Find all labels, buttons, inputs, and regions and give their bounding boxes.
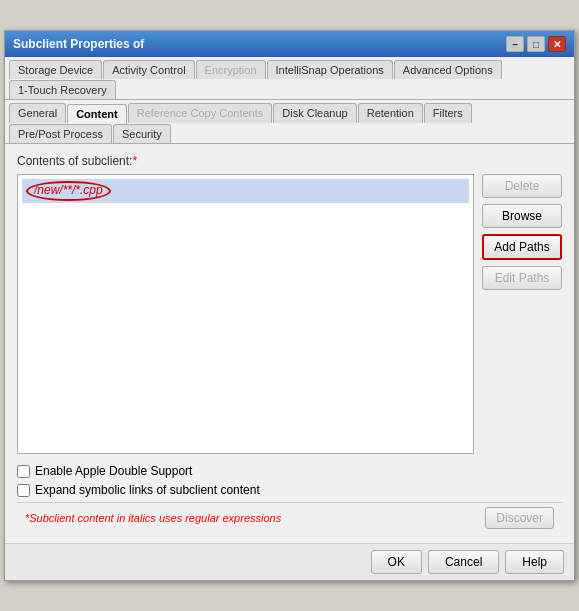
expand-symbolic-links-label: Expand symbolic links of subclient conte…	[35, 483, 260, 497]
italic-note: *Subclient content in italics uses regul…	[25, 512, 281, 524]
help-button[interactable]: Help	[505, 550, 564, 574]
minimize-button[interactable]: –	[506, 36, 524, 52]
expand-symbolic-links-checkbox[interactable]	[17, 484, 30, 497]
tab-intellisnap[interactable]: IntelliSnap Operations	[267, 60, 393, 79]
tab-pre-post-process[interactable]: Pre/Post Process	[9, 124, 112, 143]
browse-button[interactable]: Browse	[482, 204, 562, 228]
tab-general[interactable]: General	[9, 103, 66, 123]
main-window: Subclient Properties of – □ ✕ Storage De…	[4, 30, 575, 581]
content-list-box[interactable]: /new/**/*.cpp	[17, 174, 474, 454]
checkbox-row-1: Enable Apple Double Support	[17, 464, 562, 478]
list-box-wrapper: /new/**/*.cpp	[17, 174, 474, 454]
delete-button[interactable]: Delete	[482, 174, 562, 198]
tab-storage-device[interactable]: Storage Device	[9, 60, 102, 79]
tab-activity-control[interactable]: Activity Control	[103, 60, 194, 79]
section-label: Contents of subclient:*	[17, 154, 562, 168]
list-item[interactable]: /new/**/*.cpp	[22, 179, 469, 203]
enable-apple-double-checkbox[interactable]	[17, 465, 30, 478]
checkbox-row-2: Expand symbolic links of subclient conte…	[17, 483, 562, 497]
dialog-footer: OK Cancel Help	[5, 543, 574, 580]
discover-button[interactable]: Discover	[485, 507, 554, 529]
tab-content[interactable]: Content	[67, 104, 127, 124]
bottom-options: Enable Apple Double Support Expand symbo…	[17, 464, 562, 497]
edit-paths-button[interactable]: Edit Paths	[482, 266, 562, 290]
ok-button[interactable]: OK	[371, 550, 422, 574]
maximize-button[interactable]: □	[527, 36, 545, 52]
side-buttons: Delete Browse Add Paths Edit Paths	[482, 174, 562, 454]
cancel-button[interactable]: Cancel	[428, 550, 499, 574]
tab-encryption[interactable]: Encryption	[196, 60, 266, 79]
tabs-row-2: General Content Reference Copy Contents …	[5, 100, 574, 144]
tab-advanced-options[interactable]: Advanced Options	[394, 60, 502, 79]
main-panel: /new/**/*.cpp Delete Browse Add Paths Ed…	[17, 174, 562, 454]
tab-1touch-recovery[interactable]: 1-Touch Recovery	[9, 80, 116, 99]
tab-reference-copy[interactable]: Reference Copy Contents	[128, 103, 273, 123]
content-area: Contents of subclient:* /new/**/*.cpp De…	[5, 144, 574, 543]
enable-apple-double-label: Enable Apple Double Support	[35, 464, 192, 478]
tab-filters[interactable]: Filters	[424, 103, 472, 123]
bottom-bar: *Subclient content in italics uses regul…	[17, 502, 562, 533]
tabs-row-1: Storage Device Activity Control Encrypti…	[5, 57, 574, 100]
close-button[interactable]: ✕	[548, 36, 566, 52]
title-bar: Subclient Properties of – □ ✕	[5, 31, 574, 57]
tab-disk-cleanup[interactable]: Disk Cleanup	[273, 103, 356, 123]
list-item-value: /new/**/*.cpp	[26, 181, 111, 201]
title-bar-buttons: – □ ✕	[506, 36, 566, 52]
tab-security[interactable]: Security	[113, 124, 171, 143]
tab-retention[interactable]: Retention	[358, 103, 423, 123]
window-title: Subclient Properties of	[13, 37, 144, 51]
add-paths-button[interactable]: Add Paths	[482, 234, 562, 260]
